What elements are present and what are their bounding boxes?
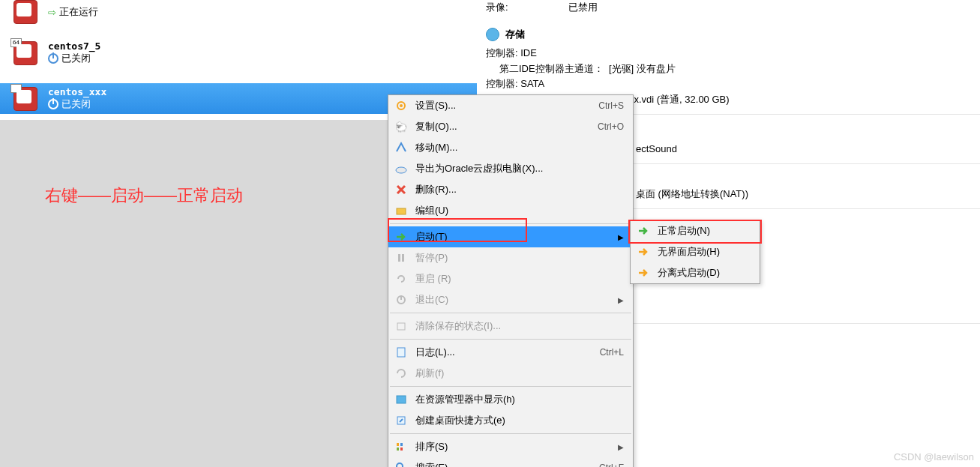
svg-rect-4: [398, 254, 400, 262]
svg-point-16: [397, 463, 403, 467]
chevron-right-icon: ▶: [618, 233, 624, 241]
delete-icon: [394, 183, 408, 196]
svg-rect-9: [397, 348, 405, 357]
vm-os-icon: 64: [13, 41, 37, 65]
power-off-icon: [394, 293, 408, 307]
vm-item[interactable]: 64 centos7_5 已关闭: [0, 37, 477, 68]
recording-value: 已禁用: [568, 0, 598, 16]
submenu-normal-start[interactable]: 正常启动(N): [631, 220, 760, 241]
storage-line: 第二IDE控制器主通道： [光驱] 没有盘片: [486, 61, 974, 77]
svg-point-2: [396, 167, 406, 173]
context-menu: 设置(S)...Ctrl+S 🐑复制(O)...Ctrl+O 移动(M)... …: [388, 94, 634, 467]
storage-line: 控制器: SATA: [486, 76, 974, 92]
detach-icon: [637, 266, 650, 280]
submenu-detach-start[interactable]: 分离式启动(D): [631, 262, 760, 283]
refresh-icon: [394, 367, 408, 380]
explorer-icon: [394, 393, 408, 406]
headless-icon: [637, 245, 650, 259]
shortcut-icon: [394, 414, 408, 427]
menu-create-shortcut[interactable]: 创建桌面快捷方式(e): [388, 410, 633, 431]
menu-log[interactable]: 日志(L)...Ctrl+L: [388, 342, 633, 363]
vm-status: 正在运行: [59, 5, 98, 19]
menu-pause: 暂停(P): [388, 247, 633, 268]
svg-rect-10: [397, 396, 406, 403]
start-arrow-icon: [394, 230, 408, 244]
menu-copy[interactable]: 🐑复制(O)...Ctrl+O: [388, 116, 633, 137]
move-icon: [394, 141, 408, 154]
svg-rect-12: [397, 443, 399, 446]
svg-rect-13: [397, 448, 399, 451]
menu-delete[interactable]: 删除(R)...: [388, 179, 633, 200]
gear-icon: [394, 99, 408, 112]
annotation-text: 右键——启动——正常启动: [45, 184, 243, 207]
storage-title: 存储: [505, 28, 525, 41]
chevron-right-icon: ▶: [618, 443, 624, 451]
vm-name: centos7_5: [48, 40, 100, 52]
cloud-icon: [394, 162, 408, 175]
start-arrow-icon: [637, 224, 650, 238]
menu-reset: 重启 (R): [388, 268, 633, 289]
vm-os-icon: 64: [13, 87, 37, 111]
storage-line: 控制器: IDE: [486, 46, 974, 61]
storage-header: 存储: [480, 17, 980, 44]
menu-settings[interactable]: 设置(S)...Ctrl+S: [388, 95, 633, 116]
start-submenu: 正常启动(N) 无界面启动(H) 分离式启动(D): [630, 220, 760, 284]
svg-rect-15: [400, 448, 403, 451]
menu-export[interactable]: 导出为Oracle云虚拟电脑(X)...: [388, 158, 633, 179]
search-icon: [394, 461, 408, 467]
vm-name: centos_xxx: [48, 86, 106, 97]
svg-rect-5: [402, 254, 404, 262]
menu-start[interactable]: 启动(T)▶: [388, 226, 633, 247]
vm-item[interactable]: ⇨ 正在运行: [0, 0, 477, 25]
menu-sort[interactable]: 排序(S)▶: [388, 436, 633, 457]
menu-group[interactable]: 编组(U): [388, 200, 633, 221]
menu-show-explorer[interactable]: 在资源管理器中显示(h): [388, 389, 633, 410]
menu-search[interactable]: 搜索(E)Ctrl+F: [388, 457, 633, 467]
vm-os-icon: [13, 0, 37, 24]
vm-status: 已关闭: [61, 97, 91, 111]
recording-label: 录像:: [486, 0, 508, 16]
submenu-headless-start[interactable]: 无界面启动(H): [631, 241, 760, 262]
menu-exit: 退出(C)▶: [388, 289, 633, 310]
chevron-right-icon: ▶: [618, 296, 624, 304]
power-icon: [48, 99, 58, 109]
disk-icon: [486, 28, 499, 41]
menu-move[interactable]: 移动(M)...: [388, 137, 633, 158]
svg-point-1: [400, 104, 403, 107]
menu-refresh: 刷新(f): [388, 363, 633, 384]
svg-rect-8: [397, 323, 405, 330]
sheep-icon: 🐑: [394, 120, 408, 133]
reset-icon: [394, 272, 408, 286]
svg-rect-14: [400, 443, 403, 446]
log-icon: [394, 346, 408, 359]
vm-status: 已关闭: [61, 52, 91, 65]
svg-rect-3: [397, 208, 406, 214]
power-icon: [48, 53, 58, 64]
pause-icon: [394, 251, 408, 265]
group-icon: [394, 204, 408, 217]
clear-icon: [394, 319, 408, 333]
sort-icon: [394, 440, 408, 454]
menu-clear-state: 清除保存的状态(I)...: [388, 316, 633, 337]
watermark: CSDN @laewilson: [894, 451, 974, 463]
